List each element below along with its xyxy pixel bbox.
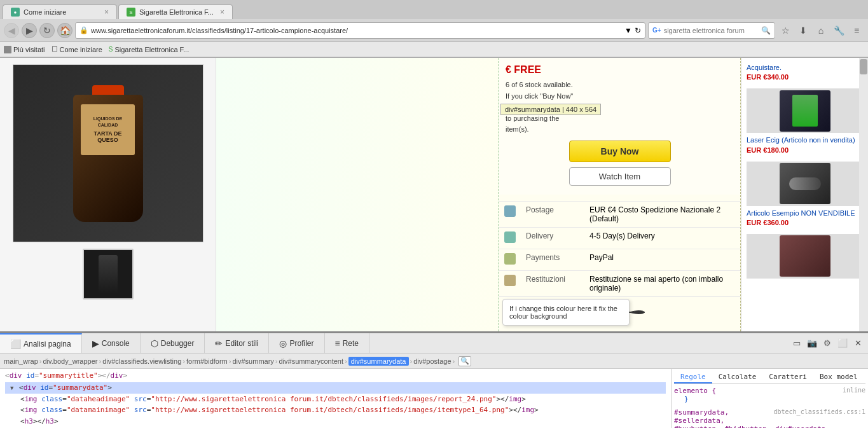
devtools-tabs: ⬜ Analisi pagina ▶ Console ⬡ Debugger ✏ … bbox=[0, 333, 868, 354]
restituzione-icon-cell bbox=[499, 270, 521, 296]
download-button[interactable]: ⬇ bbox=[796, 23, 811, 38]
devtools-tab-editor[interactable]: ✏ Editor stili bbox=[205, 333, 269, 353]
tooltip-size: 440 x 564 bbox=[566, 106, 596, 113]
html-line-dataheadimage[interactable]: <img class="dataheadimage" src="http://w… bbox=[5, 394, 666, 405]
bc-main-wrap[interactable]: main_wrap bbox=[4, 357, 38, 365]
bc-summarydata[interactable]: div#summarydata bbox=[348, 357, 409, 366]
nav-right: G+ 🔍 ☆ ⬇ ⌂ 🔧 ≡ bbox=[648, 22, 864, 39]
tab-2[interactable]: S Sigaretta Elettronica F... × bbox=[118, 4, 233, 19]
watch-item-button[interactable]: Watch Item bbox=[569, 167, 671, 186]
right-sidebar: Acquistare. EUR €340.00 Laser Ecig (Arti… bbox=[741, 58, 868, 331]
bc-body-wrapper[interactable]: div.body_wrapper bbox=[43, 357, 97, 365]
product-bottle-shape: LIQUIDOS DE CALIDAD TARTA DE QUESO bbox=[73, 85, 143, 222]
devtools-element-tooltip: div#summarydata | 440 x 564 bbox=[500, 104, 601, 115]
address-input[interactable] bbox=[91, 27, 622, 34]
tab-1[interactable]: ● Come iniziare × bbox=[3, 4, 117, 19]
bookmark-star-button[interactable]: ☆ bbox=[778, 23, 793, 38]
delivery-icon-cell bbox=[499, 227, 521, 249]
breadcrumb-search-button[interactable]: 🔍 bbox=[458, 356, 471, 366]
css-panel: Regole Calcolate Caratteri Box model ele… bbox=[671, 369, 868, 428]
postage-row: Postage EUR €4 Costo Spedizione Nazional… bbox=[499, 201, 740, 227]
buy-section: € FREE 6 of 6 stock available. If you cl… bbox=[499, 58, 740, 195]
bookmark3-favicon: S bbox=[109, 46, 113, 53]
back-button[interactable]: ◀ bbox=[4, 23, 19, 38]
tab2-favicon: S bbox=[127, 8, 135, 17]
page-wrapper: ● Come iniziare × S Sigaretta Elettronic… bbox=[0, 0, 868, 428]
tooltip-selector: div#summarydata bbox=[505, 106, 560, 113]
sidebar-item1-title: Acquistare. bbox=[747, 63, 863, 72]
search-input[interactable] bbox=[664, 27, 759, 34]
tab1-favicon: ● bbox=[11, 8, 20, 17]
sidebar-item-3[interactable]: Articolo Esempio NON VENDIBILE EUR €360.… bbox=[747, 162, 863, 226]
tab2-close[interactable]: × bbox=[220, 8, 224, 17]
html-line-summarydata[interactable]: <div id="summarydata"> bbox=[5, 382, 666, 394]
devtools-responsive-icon[interactable]: ▭ bbox=[790, 337, 803, 350]
bc-bidform[interactable]: form#bidform bbox=[186, 357, 228, 365]
price-display: € FREE bbox=[506, 64, 734, 76]
sidebar-item-1[interactable]: Acquistare. EUR €340.00 bbox=[747, 63, 863, 81]
bc-sep4: › bbox=[229, 357, 231, 365]
devtools-close-icon[interactable]: ✕ bbox=[851, 337, 864, 350]
page-scrollbar[interactable] bbox=[859, 58, 868, 331]
forward-button[interactable]: ▶ bbox=[22, 23, 37, 38]
bc-postage[interactable]: div#postage bbox=[413, 357, 451, 365]
sidebar-item-4[interactable] bbox=[747, 234, 863, 279]
editor-icon: ✏ bbox=[215, 338, 223, 349]
search-icon[interactable]: 🔍 bbox=[761, 26, 771, 35]
devtools-settings-icon[interactable]: ⚙ bbox=[821, 337, 834, 350]
buy-now-button[interactable]: Buy Now bbox=[569, 141, 671, 162]
product-main-image: LIQUIDOS DE CALIDAD TARTA DE QUESO bbox=[13, 64, 203, 242]
devtools-dock-icon[interactable]: ⬜ bbox=[836, 337, 849, 350]
css-tab-regole[interactable]: Regole bbox=[674, 371, 712, 383]
address-refresh-icon[interactable]: ↻ bbox=[635, 26, 641, 35]
devtools-tab-console[interactable]: ▶ Console bbox=[82, 333, 141, 353]
delivery-label: Delivery bbox=[521, 227, 584, 249]
css-tab-calcolate[interactable]: Calcolate bbox=[712, 371, 763, 383]
html-line-datamainimage[interactable]: <img class="datamainimage" src="http://w… bbox=[5, 404, 666, 416]
home-button[interactable]: 🏠 bbox=[57, 23, 72, 38]
profiler-icon: ◎ bbox=[279, 338, 287, 349]
delivery-value: 4-5 Day(s) Delivery bbox=[584, 227, 740, 249]
triangle-summarydata[interactable] bbox=[10, 382, 13, 394]
extensions-button[interactable]: 🔧 bbox=[831, 23, 846, 38]
home-nav-button[interactable]: ⌂ bbox=[813, 23, 829, 38]
bc-classifieds[interactable]: div#classifieds.viewlisting bbox=[102, 357, 181, 365]
bc-summarycontent[interactable]: div#summarycontent bbox=[279, 357, 344, 365]
postage-value: EUR €4 Costo Spedizione Nazionale 2 (Def… bbox=[584, 201, 740, 227]
postage-label: Postage bbox=[521, 201, 584, 227]
bookmark-sigaretta[interactable]: S Sigaretta Elettronica F... bbox=[109, 46, 189, 53]
devtools-tab-analisi[interactable]: ⬜ Analisi pagina bbox=[0, 333, 82, 353]
bookmark-come-iniziare[interactable]: ☐ Come iniziare bbox=[52, 45, 102, 53]
devtools-breadcrumb: main_wrap › div.body_wrapper › div#class… bbox=[0, 354, 868, 369]
devtools-tab-rete[interactable]: ≡ Rete bbox=[325, 333, 370, 353]
payments-row: Payments PayPal bbox=[499, 249, 740, 270]
debugger-icon: ⬡ bbox=[151, 338, 158, 349]
sidebar-item-2[interactable]: Laser Ecig (Articolo non in vendita) EUR… bbox=[747, 88, 863, 153]
bookmark-piu-visitati[interactable]: Più visitati bbox=[4, 46, 45, 53]
html-line-h3[interactable]: <h3></h3> bbox=[5, 416, 666, 427]
scrollbar-thumb[interactable] bbox=[860, 59, 867, 74]
payments-icon-cell bbox=[499, 249, 521, 270]
restituzione-value: Restituzione se mai aperto (con imballo … bbox=[584, 270, 740, 296]
product-thumb-1[interactable] bbox=[83, 249, 134, 300]
editor-label: Editor stili bbox=[225, 339, 258, 348]
sidebar-img4-inner bbox=[780, 235, 830, 277]
bc-summary[interactable]: div#summary bbox=[232, 357, 273, 365]
debugger-label: Debugger bbox=[161, 339, 195, 348]
profiler-label: Profiler bbox=[289, 339, 313, 348]
reload-button[interactable]: ↻ bbox=[39, 23, 55, 38]
postage-icon bbox=[504, 205, 516, 217]
menu-button[interactable]: ≡ bbox=[849, 23, 864, 38]
devtools-tab-profiler[interactable]: ◎ Profiler bbox=[269, 333, 324, 353]
search-engine-icon: G+ bbox=[652, 27, 661, 34]
css-tab-boxmodel[interactable]: Box model bbox=[813, 371, 864, 383]
analisi-icon: ⬜ bbox=[10, 339, 21, 349]
stock-line2: If you click "Buy Now" bbox=[506, 92, 573, 100]
css-tab-caratteri[interactable]: Caratteri bbox=[762, 371, 813, 383]
tab1-close[interactable]: × bbox=[104, 8, 109, 17]
address-dropdown-icon[interactable]: ▼ bbox=[624, 26, 632, 35]
css-selector-summarydata: #summarydata, bbox=[674, 408, 729, 417]
devtools-screenshot-icon[interactable]: 📷 bbox=[806, 337, 818, 350]
delivery-row: Delivery 4-5 Day(s) Delivery bbox=[499, 227, 740, 249]
devtools-tab-debugger[interactable]: ⬡ Debugger bbox=[141, 333, 205, 353]
